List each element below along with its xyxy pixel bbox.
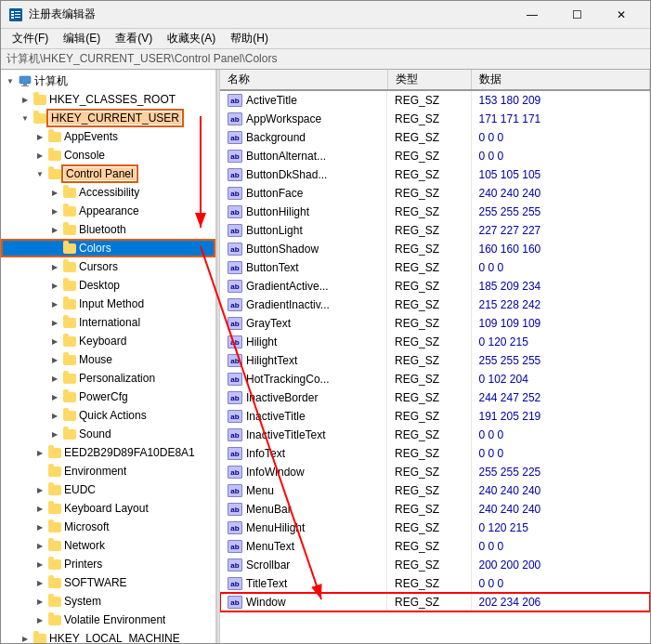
- tree-item-environment[interactable]: Environment: [1, 462, 215, 480]
- expander-appearance[interactable]: ▶: [47, 204, 62, 218]
- menu-file[interactable]: 文件(F): [5, 29, 56, 48]
- expander-bluetooth[interactable]: ▶: [47, 222, 62, 237]
- expander-environment[interactable]: [33, 464, 47, 479]
- tree-item-input-method[interactable]: ▶ Input Method: [1, 295, 215, 313]
- tree-item-powercfg[interactable]: ▶ PowerCfg: [1, 388, 215, 406]
- expander-microsoft[interactable]: ▶: [33, 519, 47, 534]
- expander-network[interactable]: ▶: [33, 538, 47, 553]
- tree-item-personalization[interactable]: ▶ Personalization: [1, 369, 215, 388]
- table-row[interactable]: abHilightTextREG_SZ255 255 255: [220, 351, 650, 370]
- menu-help[interactable]: 帮助(H): [223, 29, 276, 48]
- col-type[interactable]: 类型: [387, 70, 471, 90]
- tree-item-sound[interactable]: ▶ Sound: [1, 425, 215, 443]
- table-row[interactable]: abHilightREG_SZ0 120 215: [220, 333, 650, 351]
- expander-input-method[interactable]: ▶: [47, 296, 62, 311]
- expander-powercfg[interactable]: ▶: [47, 389, 62, 404]
- expander-hkcu[interactable]: ▼: [18, 111, 33, 125]
- expander-eudc[interactable]: ▶: [33, 482, 47, 497]
- table-row[interactable]: abMenuREG_SZ240 240 240: [220, 481, 650, 500]
- expander-appevents[interactable]: ▶: [33, 129, 47, 144]
- table-row[interactable]: abInactiveTitleREG_SZ191 205 219: [220, 407, 650, 426]
- table-row[interactable]: abHotTrackingCo...REG_SZ0 102 204: [220, 370, 650, 388]
- expander-eed2b[interactable]: ▶: [33, 445, 47, 460]
- table-row[interactable]: abButtonDkShad...REG_SZ105 105 105: [220, 165, 650, 184]
- tree-item-console[interactable]: ▶ Console: [1, 146, 215, 164]
- tree-item-keyboard[interactable]: ▶ Keyboard: [1, 332, 215, 350]
- expander-volatile[interactable]: ▶: [33, 612, 47, 627]
- tree-item-software[interactable]: ▶ SOFTWARE: [1, 573, 215, 592]
- tree-item-appearance[interactable]: ▶ Appearance: [1, 202, 215, 220]
- table-row[interactable]: abWindowREG_SZ202 234 206: [220, 593, 650, 611]
- table-row[interactable]: abActiveTitleREG_SZ153 180 209: [220, 90, 650, 110]
- expander-quick-actions[interactable]: ▶: [47, 408, 62, 423]
- expander-cursors[interactable]: ▶: [47, 259, 62, 274]
- tree-item-microsoft[interactable]: ▶ Microsoft: [1, 518, 215, 536]
- tree-item-mouse[interactable]: ▶ Mouse: [1, 350, 215, 369]
- table-row[interactable]: abButtonHilightREG_SZ255 255 255: [220, 203, 650, 221]
- table-row[interactable]: abBackgroundREG_SZ0 0 0: [220, 128, 650, 147]
- tree-item-computer[interactable]: ▼ 计算机: [1, 72, 215, 90]
- tree-item-volatile-env[interactable]: ▶ Volatile Environment: [1, 611, 215, 629]
- table-row[interactable]: abMenuTextREG_SZ0 0 0: [220, 537, 650, 556]
- expander-printers[interactable]: ▶: [33, 557, 47, 572]
- table-row[interactable]: abButtonFaceREG_SZ240 240 240: [220, 184, 650, 203]
- table-row[interactable]: abButtonAlternat...REG_SZ0 0 0: [220, 147, 650, 165]
- expander-mouse[interactable]: ▶: [47, 352, 62, 367]
- table-row[interactable]: abButtonLightREG_SZ227 227 227: [220, 221, 650, 240]
- expander-hklm[interactable]: ▶: [18, 631, 33, 643]
- minimize-button[interactable]: —: [511, 1, 553, 29]
- tree-item-printers[interactable]: ▶ Printers: [1, 555, 215, 573]
- table-row[interactable]: abMenuBarREG_SZ240 240 240: [220, 500, 650, 519]
- expander-console[interactable]: ▶: [33, 148, 47, 163]
- tree-item-appevents[interactable]: ▶ AppEvents: [1, 127, 215, 146]
- tree-item-eed2b[interactable]: ▶ EED2B29D89FA10DE8A1: [1, 443, 215, 462]
- table-row[interactable]: abButtonShadowREG_SZ160 160 160: [220, 240, 650, 258]
- expander-accessibility[interactable]: ▶: [47, 185, 62, 200]
- tree-item-bluetooth[interactable]: ▶ Bluetooth: [1, 220, 215, 239]
- tree-item-eudc[interactable]: ▶ EUDC: [1, 480, 215, 499]
- expander-colors[interactable]: [47, 241, 62, 256]
- maximize-button[interactable]: ☐: [555, 1, 598, 29]
- tree-item-hkey-classes-root[interactable]: ▶ HKEY_CLASSES_ROOT: [1, 90, 215, 109]
- expander-system[interactable]: ▶: [33, 594, 47, 609]
- table-row[interactable]: abAppWorkspaceREG_SZ171 171 171: [220, 110, 650, 128]
- tree-item-hklm[interactable]: ▶ HKEY_LOCAL_MACHINE: [1, 629, 215, 643]
- tree-item-system[interactable]: ▶ System: [1, 592, 215, 611]
- expander-keyboard[interactable]: ▶: [47, 334, 62, 348]
- tree-item-network[interactable]: ▶ Network: [1, 536, 215, 555]
- table-row[interactable]: abButtonTextREG_SZ0 0 0: [220, 258, 650, 277]
- expander-cp[interactable]: ▼: [33, 166, 47, 181]
- tree-item-hkcu[interactable]: ▼ HKEY_CURRENT_USER: [1, 109, 215, 127]
- expander-international[interactable]: ▶: [47, 315, 62, 330]
- table-row[interactable]: abScrollbarREG_SZ200 200 200: [220, 556, 650, 574]
- menu-favorites[interactable]: 收藏夹(A): [160, 29, 223, 48]
- tree-item-control-panel[interactable]: ▼ Control Panel: [1, 164, 215, 183]
- tree-item-cursors[interactable]: ▶ Cursors: [1, 257, 215, 276]
- table-row[interactable]: abTitleTextREG_SZ0 0 0: [220, 574, 650, 593]
- expander-software[interactable]: ▶: [33, 575, 47, 590]
- table-row[interactable]: abInfoTextREG_SZ0 0 0: [220, 444, 650, 463]
- table-row[interactable]: abInactiveTitleTextREG_SZ0 0 0: [220, 426, 650, 444]
- table-row[interactable]: abInfoWindowREG_SZ255 255 225: [220, 463, 650, 481]
- menu-view[interactable]: 查看(V): [108, 29, 160, 48]
- expander-computer[interactable]: ▼: [3, 73, 18, 88]
- expander-desktop[interactable]: ▶: [47, 278, 62, 293]
- menu-edit[interactable]: 编辑(E): [56, 29, 108, 48]
- tree-item-colors[interactable]: Colors: [1, 239, 215, 257]
- table-row[interactable]: abGrayTextREG_SZ109 109 109: [220, 314, 650, 333]
- tree-item-quick-actions[interactable]: ▶ Quick Actions: [1, 406, 215, 425]
- expander-personalization[interactable]: ▶: [47, 371, 62, 386]
- col-name[interactable]: 名称: [220, 70, 387, 90]
- table-row[interactable]: abMenuHilightREG_SZ0 120 215: [220, 519, 650, 537]
- tree-item-accessibility[interactable]: ▶ Accessibility: [1, 183, 215, 202]
- close-button[interactable]: ✕: [600, 1, 643, 29]
- table-row[interactable]: abGradientActive...REG_SZ185 209 234: [220, 277, 650, 296]
- table-row[interactable]: abInactiveBorderREG_SZ244 247 252: [220, 388, 650, 407]
- expander-keyboard-layout[interactable]: ▶: [33, 501, 47, 516]
- table-row[interactable]: abGradientInactiv...REG_SZ215 228 242: [220, 296, 650, 314]
- expander-sound[interactable]: ▶: [47, 427, 62, 441]
- tree-item-keyboard-layout[interactable]: ▶ Keyboard Layout: [1, 499, 215, 518]
- expander-hkcr[interactable]: ▶: [18, 92, 33, 107]
- tree-item-desktop[interactable]: ▶ Desktop: [1, 276, 215, 295]
- col-data[interactable]: 数据: [471, 70, 650, 90]
